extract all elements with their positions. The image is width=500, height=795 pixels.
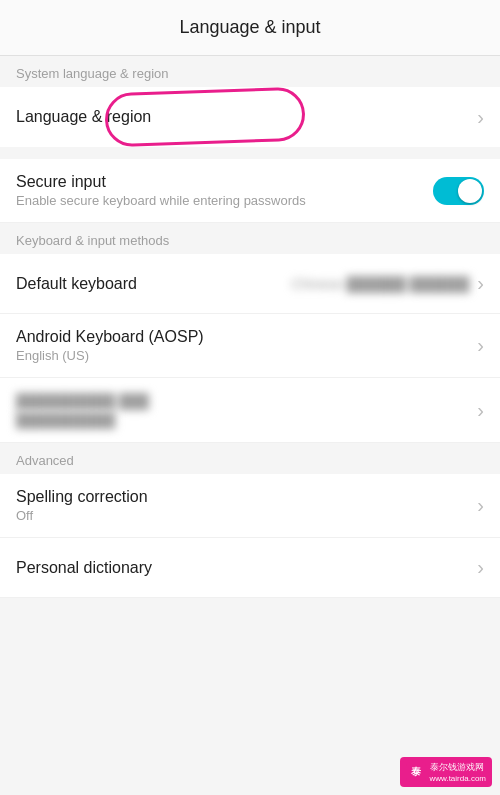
section-label-keyboard: Keyboard & input methods <box>0 223 500 254</box>
secure-input-subtitle: Enable secure keyboard while entering pa… <box>16 193 433 208</box>
spelling-correction-title: Spelling correction <box>16 488 469 506</box>
watermark: 泰 泰尔钱游戏网 www.tairda.com <box>400 757 492 787</box>
blurred-item-subtitle: ██████████ <box>16 412 469 428</box>
android-keyboard-content: Android Keyboard (AOSP) English (US) <box>16 328 469 363</box>
blurred-item[interactable]: ██████████ ███ ██████████ › <box>0 378 500 443</box>
language-region-content: Language & region <box>16 108 469 126</box>
watermark-brand: 泰 泰尔钱游戏网 www.tairda.com <box>406 761 486 783</box>
blurred-item-chevron: › <box>477 399 484 422</box>
android-keyboard-title: Android Keyboard (AOSP) <box>16 328 469 346</box>
blurred-item-title: ██████████ ███ <box>16 392 469 410</box>
default-keyboard-item[interactable]: Default keyboard Chinese ██████ ██████ › <box>0 254 500 314</box>
personal-dictionary-content: Personal dictionary <box>16 559 469 577</box>
personal-dictionary-chevron: › <box>477 556 484 579</box>
secure-input-title: Secure input <box>16 173 433 191</box>
divider-1 <box>0 147 500 159</box>
android-keyboard-chevron: › <box>477 334 484 357</box>
default-keyboard-chevron: › <box>477 272 484 295</box>
section-label-advanced: Advanced <box>0 443 500 474</box>
toggle-knob <box>458 179 482 203</box>
android-keyboard-item[interactable]: Android Keyboard (AOSP) English (US) › <box>0 314 500 378</box>
secure-input-toggle[interactable] <box>433 177 484 205</box>
watermark-name: 泰尔钱游戏网 <box>430 761 486 774</box>
page-header: Language & input <box>0 0 500 56</box>
blurred-subtitle-text: ██████████ <box>16 412 115 428</box>
language-region-chevron: › <box>477 106 484 129</box>
spelling-correction-chevron: › <box>477 494 484 517</box>
android-keyboard-subtitle: English (US) <box>16 348 469 363</box>
watermark-text-container: 泰尔钱游戏网 www.tairda.com <box>430 761 486 783</box>
section-label-system-language: System language & region <box>0 56 500 87</box>
spelling-correction-content: Spelling correction Off <box>16 488 469 523</box>
secure-input-toggle-container[interactable] <box>433 177 484 205</box>
blurred-title-text: ██████████ ███ <box>16 393 149 409</box>
language-region-item[interactable]: Language & region › <box>0 87 500 147</box>
personal-dictionary-item[interactable]: Personal dictionary › <box>0 538 500 598</box>
secure-input-content: Secure input Enable secure keyboard whil… <box>16 173 433 208</box>
secure-input-item[interactable]: Secure input Enable secure keyboard whil… <box>0 159 500 223</box>
watermark-url: www.tairda.com <box>430 774 486 783</box>
default-keyboard-title: Default keyboard <box>16 275 291 293</box>
default-keyboard-value: Chinese ██████ ██████ <box>291 276 469 292</box>
spelling-correction-subtitle: Off <box>16 508 469 523</box>
spelling-correction-item[interactable]: Spelling correction Off › <box>0 474 500 538</box>
watermark-logo: 泰 <box>406 762 426 782</box>
personal-dictionary-title: Personal dictionary <box>16 559 469 577</box>
language-region-title: Language & region <box>16 108 469 126</box>
blurred-item-content: ██████████ ███ ██████████ <box>16 392 469 428</box>
page-title: Language & input <box>179 17 320 38</box>
default-keyboard-content: Default keyboard <box>16 275 291 293</box>
